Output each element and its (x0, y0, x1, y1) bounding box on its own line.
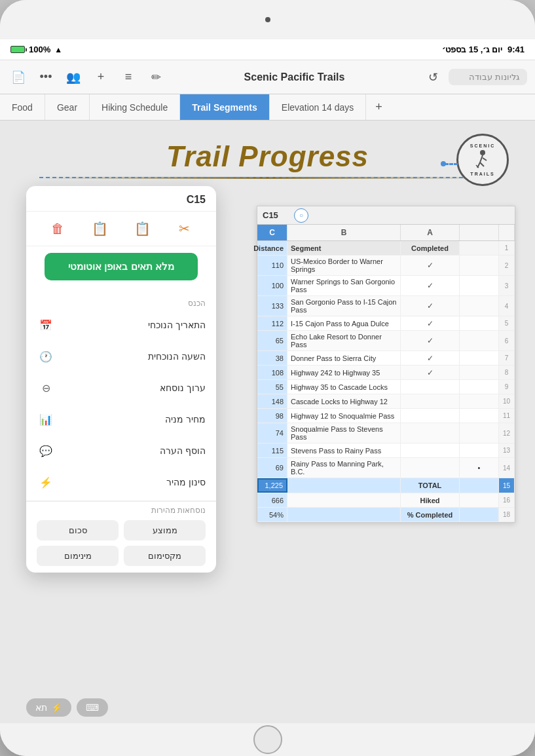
cell-hiked-empty (287, 493, 401, 507)
cell-distance: 38 (257, 351, 287, 365)
col-header-c[interactable]: C (257, 225, 287, 240)
quick-max-btn[interactable]: מקסימום (124, 546, 206, 566)
cell-segment: Highway 12 to Snoqualmie Pass (287, 409, 401, 423)
context-menu-actions: 🗑 📋 📋 ✂ (26, 212, 216, 246)
cm-item-current-date[interactable]: התאריך הנוכחי 📅 (26, 309, 216, 341)
cell-completed (401, 444, 460, 457)
copy-style-icon: 📋 (90, 218, 111, 239)
cm-item-filter[interactable]: סינון מהיר ⚡ (26, 466, 216, 498)
svg-line-1 (480, 155, 483, 162)
col-header-b[interactable]: B (287, 225, 401, 240)
cell-rownum: 2 (499, 255, 515, 275)
header-completed: Completed (401, 241, 460, 255)
quick-avg-btn[interactable]: ממוצע (124, 520, 206, 540)
quick-min-btn[interactable]: מינימום (37, 546, 119, 566)
device-frame: 100% ▲ 9:41 יום ג׳, 15 בספט׳ 📄 ••• 👥 + ≡… (0, 0, 535, 756)
cell-completed (401, 423, 460, 443)
cell-total-distance[interactable]: 1,225 (257, 478, 287, 493)
header-empty (460, 241, 499, 255)
tab-trail-segments[interactable]: Trail Segments (180, 94, 270, 120)
cm-item-comment[interactable]: הוסף הערה 💬 (26, 435, 216, 466)
keyboard-button[interactable]: ⌨ (77, 698, 108, 717)
refresh-icon[interactable]: ↺ (422, 67, 443, 88)
home-button[interactable] (253, 725, 282, 754)
status-time: 9:41 (507, 45, 525, 54)
cell-segment: Highway 242 to Highway 35 (287, 366, 401, 379)
cm-item-label: התאריך הנוכחי (148, 320, 206, 330)
collab-icon[interactable]: 👥 (63, 67, 84, 88)
autofill-button[interactable]: מלא תאים באופן אוטומטי (45, 253, 198, 280)
cm-item-icon-formula: ⊖ (37, 379, 55, 397)
cell-options-btn[interactable]: ○ (294, 208, 308, 223)
tab-elevation[interactable]: Elevation 14 days (270, 94, 367, 120)
cell-empty (460, 394, 499, 408)
cm-quick-grid: סכום ממוצע מינימום מקסימום (37, 520, 206, 566)
cell-completed: ✓ (401, 316, 460, 330)
undo-button[interactable]: תא ⚡ (26, 698, 71, 717)
search-box[interactable]: גליונות עבודה (449, 69, 527, 85)
header-segment: Segment (287, 241, 401, 255)
delete-action[interactable]: 🗑 (47, 218, 68, 239)
cell-segment: Stevens Pass to Rainy Pass (287, 444, 401, 457)
tab-hiking[interactable]: Hiking Schedule (90, 94, 180, 120)
cell-segment: Cascade Locks to Highway 12 (287, 394, 401, 408)
cell-percent-label: % Completed (401, 508, 460, 521)
cm-quick-section: נוסחאות מהירות סכום ממוצע מינימום מקסימו… (26, 501, 216, 573)
toolbar-left: 📄 ••• 👥 + ≡ ✏ (8, 67, 166, 88)
paste-icon: 📋 (132, 218, 153, 239)
add-icon[interactable]: + (90, 67, 111, 88)
status-left: 100% ▲ (10, 45, 62, 54)
cell-rownum: 3 (499, 276, 515, 295)
dot-end (441, 161, 446, 166)
cell-completed: ✓ (401, 276, 460, 295)
more-icon[interactable]: ••• (35, 67, 56, 88)
cell-hiked-empty2 (460, 493, 499, 507)
format-icon[interactable]: ≡ (118, 67, 139, 88)
status-bar: 100% ▲ 9:41 יום ג׳, 15 בספט׳ (0, 39, 535, 60)
cut-action[interactable]: ✂ (174, 218, 195, 239)
pen-icon[interactable]: ✏ (145, 67, 166, 88)
bottom-bar: תא ⚡ ⌨ (26, 698, 108, 717)
svg-line-4 (483, 158, 487, 161)
cm-item-formula[interactable]: ערוך נוסחא ⊖ (26, 372, 216, 404)
undo-label: תא (35, 702, 47, 713)
tab-food[interactable]: Food (0, 94, 45, 120)
cell-rownum: 10 (499, 394, 515, 408)
cell-distance: 110 (257, 255, 287, 275)
cm-item-current-time[interactable]: השעה הנוכחית 🕐 (26, 341, 216, 372)
cell-hiked-label: Hiked (401, 493, 460, 507)
table-row: 112 I-15 Cajon Pass to Agua Dulce ✓ 5 (257, 316, 515, 331)
cell-segment: Rainy Pass to Manning Park, B.C. (287, 458, 401, 478)
toolbar-right: ↺ גליונות עבודה (422, 67, 527, 88)
cell-completed: ✓ (401, 331, 460, 350)
cm-item-price[interactable]: מחיר מניה 📊 (26, 404, 216, 435)
tab-add-button[interactable]: + (366, 94, 392, 120)
lightning-icon: ⚡ (51, 702, 62, 713)
tab-gear[interactable]: Gear (45, 94, 90, 120)
status-right: 9:41 יום ג׳, 15 בספט׳ (442, 45, 525, 54)
cell-segment: I-15 Cajon Pass to Agua Dulce (287, 316, 401, 330)
spreadsheet-area: C15 ○ C B A Distance Segment Completed 1 (257, 206, 515, 523)
col-header-a[interactable]: A (401, 225, 460, 240)
cell-empty: • (460, 458, 499, 478)
copy-style-action[interactable]: 📋 (90, 218, 111, 239)
cut-icon: ✂ (174, 218, 195, 239)
tabs-bar: Food Gear Hiking Schedule Trail Segments… (0, 94, 535, 121)
cell-reference[interactable]: C15 (263, 210, 289, 220)
home-bar (0, 723, 535, 756)
table-row: 69 Rainy Pass to Manning Park, B.C. • 14 (257, 458, 515, 478)
device-top (0, 0, 535, 39)
quick-sum-btn[interactable]: סכום (37, 520, 119, 540)
column-headers: C B A (257, 225, 515, 241)
doc-icon[interactable]: 📄 (8, 67, 29, 88)
cell-total-label: TOTAL (401, 478, 460, 493)
paste-action[interactable]: 📋 (132, 218, 153, 239)
logo-badge: SCENIC TRAILS (456, 134, 509, 186)
battery-percent: 100% (29, 45, 50, 54)
cell-completed: ✓ (401, 255, 460, 275)
table-row-total[interactable]: 1,225 TOTAL 15 (257, 478, 515, 493)
context-menu: C15 🗑 📋 📋 ✂ מלא תאים באופן אוטומט (26, 186, 216, 573)
cell-percent-empty (287, 508, 401, 521)
header-distance: Distance (257, 241, 287, 255)
cell-completed (401, 380, 460, 394)
